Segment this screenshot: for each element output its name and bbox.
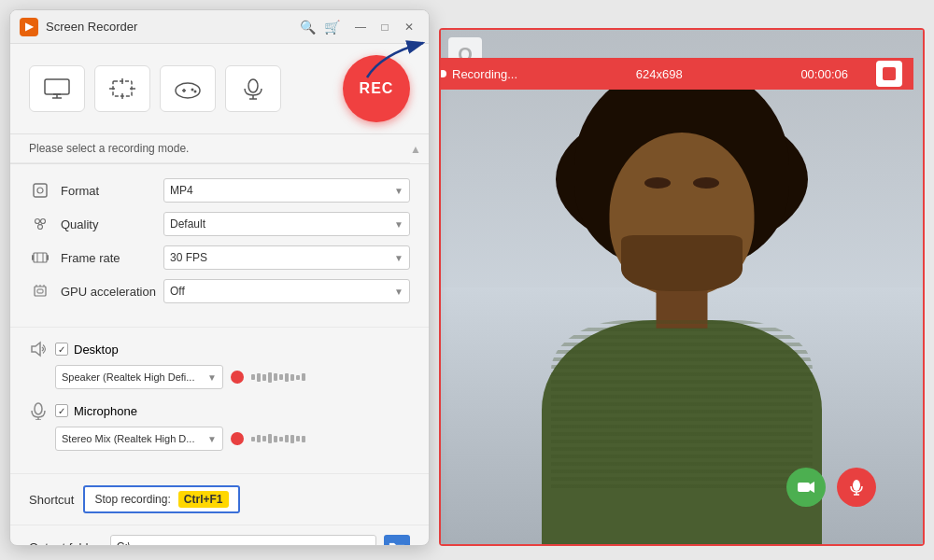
framerate-value: 30 FPS [170,251,207,264]
recording-dot [439,70,446,77]
output-path-input[interactable]: C:\ ▼ [110,535,376,546]
browse-folder-button[interactable] [384,535,410,546]
shortcut-section: Shortcut Stop recording: Ctrl+F1 [10,474,429,525]
microphone-device-row: Stereo Mix (Realtek High D... ▼ [55,427,410,451]
video-controls [786,468,876,507]
format-dropdown-arrow: ▼ [394,186,403,196]
microphone-checkbox-wrapper: ✓ Microphone [55,404,137,418]
microphone-label: Microphone [74,404,137,418]
gpu-icon [29,280,51,302]
quality-select[interactable]: Default ▼ [163,212,410,236]
camera-toggle-button[interactable] [786,468,826,507]
svg-rect-31 [37,289,43,293]
desktop-label: Desktop [74,343,119,357]
audio-section: ✓ Desktop Speaker (Realtek High Defi... … [10,328,429,474]
shortcut-box[interactable]: Stop recording: Ctrl+F1 [83,485,239,513]
svg-rect-30 [35,287,46,296]
svg-marker-35 [32,343,40,356]
svg-rect-27 [47,255,49,260]
desktop-audio-device: ✓ Desktop Speaker (Realtek High Defi... … [29,339,410,389]
output-path-value: C:\ [117,540,131,546]
svg-point-20 [41,219,46,224]
microphone-volume-bars [251,434,305,443]
svg-point-14 [248,79,258,92]
recording-timer: 00:00:06 [800,67,848,81]
desktop-device-select[interactable]: Speaker (Realtek High Defi... ▼ [55,365,223,389]
rec-button[interactable]: REC [343,55,410,122]
screen-mode-button[interactable] [29,65,85,112]
svg-rect-25 [34,253,47,262]
app-window: ▶ Screen Recorder 🔍 🛒 — □ ✕ REC [9,9,430,546]
shortcut-action: Stop recording: [94,493,170,506]
gpu-dropdown-arrow: ▼ [394,287,403,297]
region-mode-button[interactable] [94,65,150,112]
video-content: Q [441,30,923,544]
quality-value: Default [170,217,205,231]
desktop-volume-indicator [231,371,244,384]
svg-point-12 [191,89,194,91]
audio-mode-button[interactable] [225,65,281,112]
quality-row: Quality Default ▼ [29,212,410,236]
settings-section: Format MP4 ▼ Quality Default ▼ Frame rat… [10,164,429,328]
maximize-button[interactable]: □ [375,17,395,37]
window-controls: — □ ✕ [350,17,419,37]
output-section: Output folder: C:\ ▼ [10,525,429,546]
desktop-checkbox[interactable]: ✓ [55,343,68,356]
svg-marker-40 [810,482,814,493]
svg-point-18 [37,188,43,193]
microphone-audio-header: ✓ Microphone [29,400,410,421]
framerate-row: Frame rate 30 FPS ▼ [29,245,410,270]
minimize-button[interactable]: — [350,17,371,37]
framerate-label: Frame rate [61,251,163,265]
quality-dropdown-arrow: ▼ [394,219,403,230]
output-label: Output folder: [29,540,103,547]
recording-resolution: 624x698 [536,67,782,81]
mode-bar: REC [10,44,429,134]
gpu-select[interactable]: Off ▼ [163,279,410,303]
shortcut-label: Shortcut [29,493,74,507]
microphone-device-value: Stereo Mix (Realtek High D... [62,433,194,444]
cart-icon[interactable]: 🛒 [322,18,341,36]
title-bar: ▶ Screen Recorder 🔍 🛒 — □ ✕ [10,10,429,44]
format-label: Format [61,184,163,198]
svg-rect-17 [34,184,47,197]
format-value: MP4 [170,184,193,197]
instruction-text: Please select a recording mode. [10,134,410,163]
mic-toggle-button[interactable] [837,468,876,507]
gpu-label: GPU acceleration [61,285,163,299]
desktop-device-value: Speaker (Realtek High Defi... [62,371,194,383]
stop-icon [883,67,896,80]
search-icon[interactable]: 🔍 [298,18,317,36]
app-title: Screen Recorder [46,20,298,34]
shortcut-keys: Ctrl+F1 [178,491,229,508]
microphone-audio-icon [29,400,50,421]
svg-point-36 [35,403,42,414]
gpu-row: GPU acceleration Off ▼ [29,279,410,303]
microphone-checkbox[interactable]: ✓ [55,404,68,417]
title-bar-icons: 🔍 🛒 [298,18,341,36]
desktop-audio-icon [29,339,50,359]
rec-label: REC [360,80,394,97]
quality-label: Quality [61,217,163,231]
format-select[interactable]: MP4 ▼ [163,178,410,203]
microphone-device-arrow: ▼ [207,434,217,444]
format-row: Format MP4 ▼ [29,178,410,203]
recording-bar: Recording... 624x698 00:00:06 [439,58,913,90]
desktop-device-arrow: ▼ [207,372,217,383]
gpu-value: Off [170,285,185,298]
app-icon: ▶ [20,18,38,36]
capture-area: Recording... 624x698 00:00:06 [439,28,925,546]
svg-point-41 [853,480,860,491]
close-button[interactable]: ✕ [399,17,419,37]
svg-point-19 [35,219,40,224]
microphone-device-select[interactable]: Stereo Mix (Realtek High D... ▼ [55,427,223,451]
game-mode-button[interactable] [160,65,216,112]
stop-recording-button[interactable] [876,61,902,87]
desktop-device-row: Speaker (Realtek High Defi... ▼ [55,365,410,389]
recording-status-text: Recording... [452,67,517,81]
microphone-audio-device: ✓ Microphone Stereo Mix (Realtek High D.… [29,400,410,451]
framerate-select[interactable]: 30 FPS ▼ [163,245,410,270]
framerate-icon [29,246,51,269]
quality-icon [29,213,51,235]
recording-status: Recording... [439,67,517,81]
